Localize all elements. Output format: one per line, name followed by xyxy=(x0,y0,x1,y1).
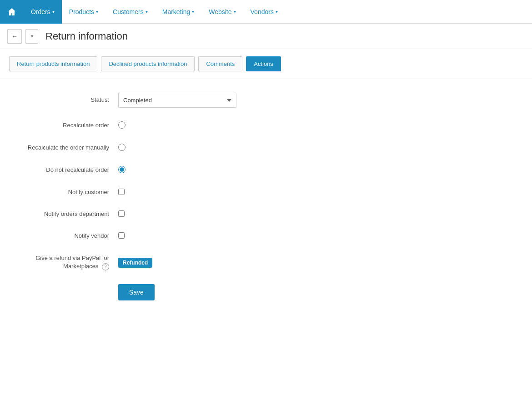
notify-customer-checkbox[interactable] xyxy=(118,189,125,195)
do-not-recalculate-label: Do not recalculate order xyxy=(18,166,118,174)
nav-item-products[interactable]: Products ▾ xyxy=(62,0,105,24)
save-row: Save xyxy=(118,284,514,300)
tab-return-products[interactable]: Return products information xyxy=(9,56,97,71)
nav-label-vendors: Vendors xyxy=(251,8,274,15)
recalculate-order-control xyxy=(118,121,346,130)
status-control: Completed Pending Cancelled xyxy=(118,93,346,108)
paypal-refund-label: Give a refund via PayPal for Marketplace… xyxy=(18,254,118,270)
nav-arrow-marketing: ▾ xyxy=(192,9,194,14)
nav-arrow-customers: ▾ xyxy=(146,9,148,14)
nav-arrow-website: ▾ xyxy=(234,9,236,14)
home-button[interactable] xyxy=(0,0,24,24)
recalculate-order-label: Recalculate order xyxy=(18,121,118,130)
recalculate-order-row: Recalculate order xyxy=(18,121,514,130)
nav-label-website: Website xyxy=(209,8,231,15)
notify-orders-checkbox[interactable] xyxy=(118,210,125,217)
recalculate-manually-control xyxy=(118,144,346,152)
notify-customer-control xyxy=(118,189,346,196)
save-button[interactable]: Save xyxy=(118,284,155,300)
recalculate-manually-radio[interactable] xyxy=(118,144,125,151)
notify-vendor-row: Notify vendor xyxy=(18,232,514,240)
top-navigation: Orders ▾ Products ▾ Customers ▾ Marketin… xyxy=(0,0,532,24)
notify-vendor-control xyxy=(118,232,346,240)
recalculate-order-radio[interactable] xyxy=(118,121,125,129)
do-not-recalculate-control xyxy=(118,166,346,175)
notify-customer-label: Notify customer xyxy=(18,188,118,196)
nav-item-customers[interactable]: Customers ▾ xyxy=(105,0,155,24)
status-select[interactable]: Completed Pending Cancelled xyxy=(118,93,236,108)
nav-arrow-vendors: ▾ xyxy=(276,9,278,14)
status-label: Status: xyxy=(18,96,118,104)
header-dropdown-button[interactable]: ▾ xyxy=(25,29,38,44)
nav-item-marketing[interactable]: Marketing ▾ xyxy=(155,0,201,24)
nav-label-marketing: Marketing xyxy=(162,8,190,15)
nav-label-products: Products xyxy=(69,8,94,15)
notify-orders-row: Notify orders department xyxy=(18,210,514,218)
notify-vendor-label: Notify vendor xyxy=(18,232,118,240)
do-not-recalculate-row: Do not recalculate order xyxy=(18,166,514,175)
main-content: Return products information Declined pro… xyxy=(0,49,532,420)
nav-label-customers: Customers xyxy=(113,8,144,15)
notify-customer-row: Notify customer xyxy=(18,188,514,196)
notify-orders-label: Notify orders department xyxy=(18,210,118,218)
nav-item-website[interactable]: Website ▾ xyxy=(201,0,243,24)
page-title: Return information xyxy=(45,30,128,42)
tab-actions[interactable]: Actions xyxy=(246,56,281,71)
paypal-refund-row: Give a refund via PayPal for Marketplace… xyxy=(18,254,514,270)
nav-item-orders[interactable]: Orders ▾ xyxy=(24,0,62,24)
recalculate-manually-label: Recalculate the order manually xyxy=(18,144,118,152)
do-not-recalculate-radio[interactable] xyxy=(118,166,125,173)
nav-label-orders: Orders xyxy=(31,8,50,15)
notify-orders-control xyxy=(118,210,346,218)
form-area: Status: Completed Pending Cancelled Reca… xyxy=(0,79,532,314)
notify-vendor-checkbox[interactable] xyxy=(118,232,125,239)
tab-bar: Return products information Declined pro… xyxy=(0,49,532,79)
tab-comments[interactable]: Comments xyxy=(198,56,242,71)
nav-arrow-products: ▾ xyxy=(96,9,98,14)
tab-declined-products[interactable]: Declined products information xyxy=(101,56,195,71)
refunded-badge: Refunded xyxy=(118,258,152,268)
recalculate-manually-row: Recalculate the order manually xyxy=(18,144,514,152)
back-button[interactable]: ← xyxy=(7,29,22,44)
paypal-refund-control: Refunded xyxy=(118,259,346,266)
header-bar: ← ▾ Return information xyxy=(0,24,532,49)
nav-item-vendors[interactable]: Vendors ▾ xyxy=(243,0,285,24)
paypal-help-icon[interactable]: ? xyxy=(102,263,109,270)
nav-arrow-orders: ▾ xyxy=(52,9,55,14)
status-row: Status: Completed Pending Cancelled xyxy=(18,93,514,108)
